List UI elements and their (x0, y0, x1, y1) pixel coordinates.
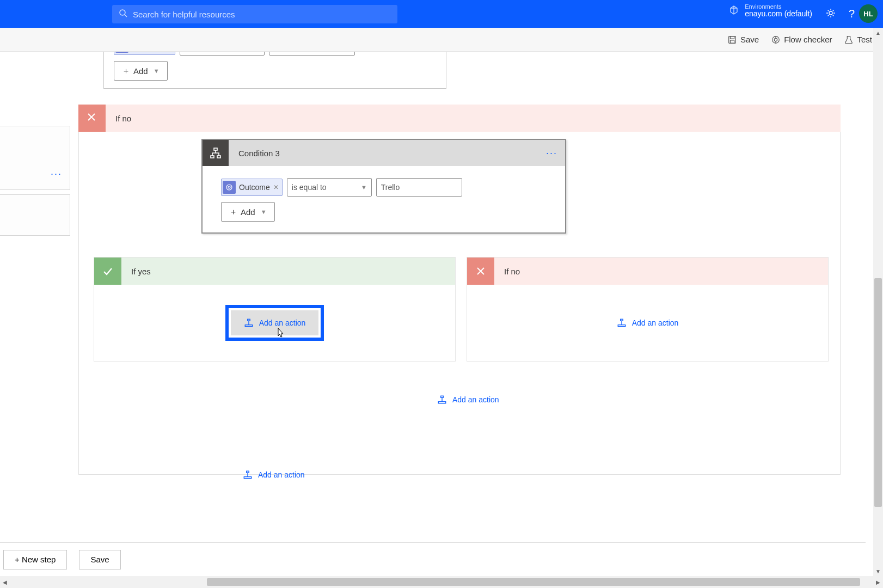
scroll-up-icon[interactable]: ▲ (873, 28, 883, 38)
vertical-scrollbar[interactable]: ▲ ▼ (873, 28, 883, 576)
test-button[interactable]: Test (844, 35, 872, 45)
condition-icon (203, 140, 229, 166)
flow-canvas[interactable]: Outcome ✕ is equal to ▼ Tweet ＋ Add ▼ If… (0, 52, 873, 588)
chip-label: Outcome (239, 183, 270, 192)
add-action-label: Add an action (632, 318, 679, 327)
x-icon (86, 112, 97, 125)
svg-rect-13 (211, 156, 214, 158)
save-button[interactable]: Save (727, 35, 759, 45)
help-icon[interactable]: ? (849, 8, 855, 20)
if-no-branch-header[interactable]: If no (78, 105, 841, 132)
check-icon (94, 258, 121, 285)
action-toolbar: Save Flow checker Test (0, 28, 883, 52)
scroll-thumb[interactable] (207, 578, 860, 586)
flow-checker-button[interactable]: Flow checker (771, 35, 832, 45)
condition-value[interactable]: Tweet (269, 52, 355, 56)
svg-rect-24 (438, 402, 446, 403)
settings-icon[interactable] (825, 8, 836, 21)
search-input[interactable] (133, 10, 391, 19)
condition-3-title: Condition 3 (229, 149, 280, 158)
if-yes-label: If yes (121, 267, 151, 276)
test-label: Test (857, 35, 872, 44)
svg-point-2 (829, 11, 832, 15)
if-no-branch-inner: If no Add an action (467, 257, 829, 362)
dynamic-content-icon (223, 181, 236, 194)
add-label: Add (241, 207, 255, 217)
condition-operator[interactable]: is equal to ▼ (180, 52, 265, 56)
search-box[interactable] (112, 5, 397, 23)
svg-rect-26 (244, 477, 252, 479)
add-condition-button[interactable]: ＋ Add ▼ (114, 61, 168, 81)
if-yes-branch: If yes Add an action (94, 257, 456, 362)
svg-rect-18 (245, 325, 253, 327)
card-menu-icon[interactable]: ··· (51, 168, 62, 180)
svg-line-1 (125, 15, 127, 17)
horizontal-scrollbar[interactable]: ◀ ▶ (0, 576, 883, 588)
operator-label: is equal to (292, 183, 327, 192)
svg-rect-4 (730, 36, 734, 39)
card-menu-icon[interactable]: ··· (546, 148, 557, 159)
condition-chip-outcome[interactable]: Outcome ✕ (114, 52, 175, 55)
chevron-down-icon: ▼ (361, 184, 367, 191)
svg-point-7 (774, 38, 777, 41)
flow-checker-label: Flow checker (784, 35, 832, 44)
add-action-if-no[interactable]: Add an action (607, 313, 689, 333)
svg-rect-5 (730, 40, 734, 42)
add-action-below-branches[interactable]: Add an action (427, 389, 509, 410)
left-card-fragment: ··· (0, 126, 70, 190)
svg-point-15 (226, 185, 232, 190)
scroll-right-icon[interactable]: ▶ (873, 576, 883, 588)
svg-point-0 (120, 10, 125, 15)
add-action-label: Add an action (259, 318, 306, 327)
add-action-outer[interactable]: Add an action (233, 464, 315, 485)
scroll-down-icon[interactable]: ▼ (873, 566, 883, 576)
condition3-value[interactable]: Trello (376, 178, 462, 197)
add-action-label: Add an action (452, 395, 499, 404)
scroll-left-icon[interactable]: ◀ (0, 576, 10, 588)
condition-3-card: Condition 3 ··· Outcome ✕ is equal to ▼ (201, 139, 566, 234)
svg-point-16 (228, 186, 230, 188)
new-step-button[interactable]: + New step (3, 550, 67, 569)
svg-rect-23 (441, 396, 444, 397)
svg-rect-25 (247, 471, 249, 473)
chevron-down-icon: ▼ (154, 68, 160, 74)
save-button-footer[interactable]: Save (79, 550, 120, 569)
svg-rect-21 (620, 319, 623, 321)
condition3-operator[interactable]: is equal to ▼ (287, 178, 372, 197)
x-icon (467, 258, 494, 285)
environment-picker[interactable]: Environments enayu.com (default) (728, 3, 812, 18)
condition3-chip-outcome[interactable]: Outcome ✕ (221, 179, 283, 196)
left-card-fragment-2 (0, 194, 70, 236)
svg-rect-14 (217, 156, 220, 158)
app-header: Environments enayu.com (default) ? HL (0, 0, 883, 28)
plus-icon: ＋ (122, 66, 130, 76)
condition-card-top: Outcome ✕ is equal to ▼ Tweet ＋ Add ▼ (103, 52, 446, 89)
add-condition3-button[interactable]: ＋ Add ▼ (221, 202, 275, 222)
search-icon (119, 9, 127, 20)
dynamic-content-icon (115, 52, 128, 53)
designer-footer: + New step Save (0, 542, 866, 576)
user-avatar[interactable]: HL (859, 4, 878, 23)
remove-chip-icon[interactable]: ✕ (273, 183, 279, 191)
svg-rect-12 (214, 148, 217, 150)
plus-icon: ＋ (229, 207, 237, 217)
if-yes-header[interactable]: If yes (94, 258, 455, 285)
if-no-label-inner: If no (494, 267, 520, 276)
save-label: Save (740, 35, 759, 44)
svg-rect-22 (618, 325, 626, 327)
environment-value: enayu.com (default) (745, 10, 812, 18)
add-action-label: Add an action (258, 470, 305, 479)
add-label: Add (133, 66, 148, 76)
condition-3-header[interactable]: Condition 3 ··· (203, 140, 565, 166)
if-no-label: If no (115, 114, 131, 123)
chevron-down-icon: ▼ (261, 209, 267, 215)
svg-rect-3 (729, 36, 736, 43)
environment-icon (728, 4, 739, 17)
cursor-pointer-icon (275, 327, 286, 342)
if-no-header-inner[interactable]: If no (467, 258, 828, 285)
svg-rect-17 (247, 319, 250, 321)
scroll-thumb[interactable] (874, 278, 882, 507)
